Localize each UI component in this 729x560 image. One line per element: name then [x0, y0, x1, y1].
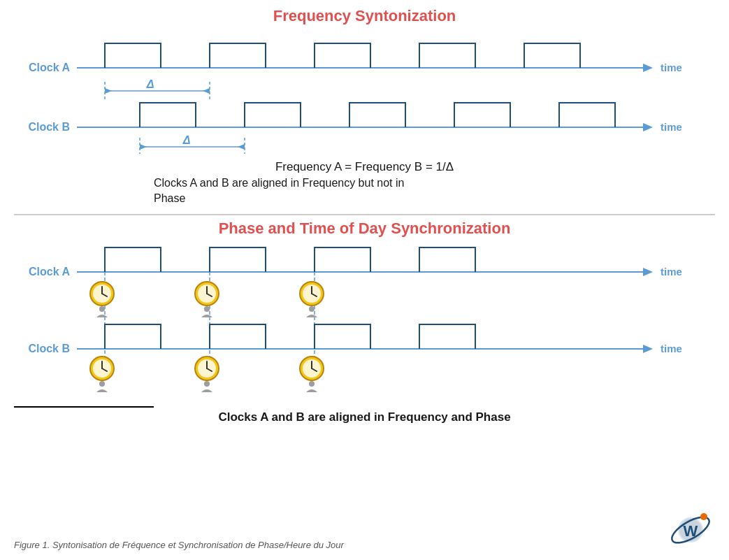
desc2: Clocks A and B are aligned in Frequency … — [14, 410, 715, 424]
svg-text:Clock A: Clock A — [29, 266, 70, 278]
svg-text:time: time — [661, 121, 682, 133]
svg-text:Δ: Δ — [182, 134, 191, 146]
svg-text:W: W — [684, 522, 698, 540]
svg-point-66 — [309, 381, 315, 387]
svg-text:time: time — [661, 266, 682, 278]
svg-text:Δ: Δ — [146, 78, 154, 90]
clock-icon-top-3 — [300, 282, 324, 317]
section1-title: Frequency Syntonization — [14, 7, 715, 25]
svg-text:time: time — [661, 62, 682, 73]
svg-text:Clock B: Clock B — [28, 343, 70, 354]
clock-icon-top-1 — [90, 282, 114, 317]
svg-point-60 — [204, 381, 210, 387]
svg-marker-8 — [203, 88, 210, 94]
logo: W — [666, 505, 715, 554]
phase-sync-diagram: Clock A time — [14, 240, 715, 405]
svg-point-54 — [99, 381, 105, 387]
svg-point-32 — [99, 306, 105, 312]
clock-icon-bottom-1 — [90, 357, 114, 392]
section2-title: Phase and Time of Day Synchronization — [14, 220, 715, 238]
frequency-syntonization-diagram: Clock A time Δ Clock B time — [14, 29, 715, 159]
section-divider — [14, 214, 715, 215]
clock-icon-bottom-3 — [300, 357, 324, 392]
bottom-divider — [14, 406, 154, 408]
svg-point-71 — [700, 513, 707, 520]
svg-point-44 — [309, 306, 315, 312]
freq-equation: Frequency A = Frequency B = 1/Δ — [14, 160, 715, 174]
svg-marker-1 — [643, 64, 653, 72]
svg-text:time: time — [661, 343, 682, 354]
desc1: Clocks A and B are aligned in Frequency … — [154, 175, 715, 207]
svg-text:Clock A: Clock A — [29, 62, 70, 73]
svg-marker-21 — [643, 268, 653, 276]
svg-marker-11 — [643, 123, 653, 131]
clock-icon-top-2 — [195, 282, 219, 317]
main-container: Frequency Syntonization Clock A time Δ C… — [0, 0, 729, 560]
svg-point-38 — [204, 306, 210, 312]
svg-marker-18 — [238, 144, 245, 150]
svg-marker-7 — [105, 88, 112, 94]
svg-marker-46 — [643, 345, 653, 353]
svg-marker-17 — [140, 144, 147, 150]
clock-icon-bottom-2 — [195, 357, 219, 392]
svg-text:Clock B: Clock B — [28, 121, 70, 133]
figure-caption: Figure 1. Syntonisation de Fréquence et … — [14, 540, 344, 550]
